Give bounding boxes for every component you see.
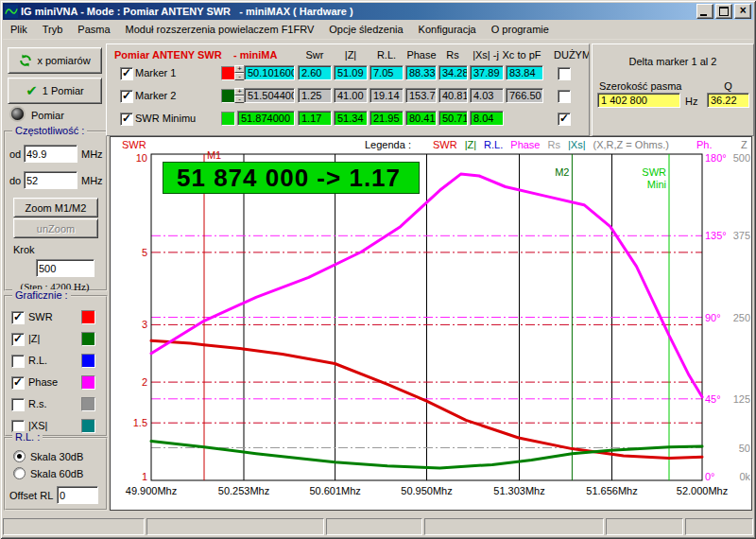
marker2-phase: 153.78 [405,88,437,103]
status-panel [326,518,422,535]
delta-marker-panel: Delta marker 1 al 2 Szerokość pasma Q 1 … [592,43,754,136]
freq-from-unit: MHz [81,148,103,160]
q-value: 36.22 [707,93,749,108]
trace-label-rl: R.L. [28,355,47,366]
multi-measure-button[interactable]: x pomiarów [8,47,102,74]
rl-offset-input[interactable] [57,486,98,504]
swr-min-phase: 80.41 [405,111,437,126]
menu-item-plik[interactable]: Plik [3,21,35,39]
trace-label-rs: R.s. [28,398,47,409]
trace-swatch-rs [81,397,95,411]
step-label: Krok [13,244,35,255]
marker2-big-display-checkbox[interactable] [558,90,571,103]
q-label: Q [707,80,749,92]
trace-label-phase: Phase [28,376,58,388]
measure-led-label: Pomiar [31,110,64,121]
marker1-xc: 83.84 [506,65,543,80]
menu-item-pasma[interactable]: Pasma [70,21,117,39]
swr-min-rl: 21.95 [369,111,404,126]
rl-offset-label: Offset RL [9,490,53,501]
title-bar: IG miniVNA - Mode : Pomiar ANTENY SWR - … [3,3,753,20]
marker2-color-swatch [221,89,235,103]
swr-min-frequency: 51.874000 [237,111,295,126]
bandwidth-unit: Hz [685,96,697,107]
trace-label-z: |Z| [28,333,40,344]
marker-table-panel: Pomiar ANTENY SWR - miniMA Swr |Z| R.L. … [106,43,590,136]
bandwidth-label: Szerokość pasma [599,80,681,92]
rl-scale-30db-label: Skala 30dB [30,451,83,462]
maximize-button[interactable] [715,4,732,19]
marker1-xs: 37.89 [470,65,504,80]
step-input[interactable] [36,259,94,277]
zoom-m1-m2-button[interactable]: Zoom M1/M2 [13,198,98,217]
status-panel [685,518,753,535]
marker1-big-display-checkbox[interactable] [558,67,571,80]
freq-from-input[interactable] [24,145,77,163]
marker2-z: 41.00 [334,88,368,103]
chart-panel[interactable] [110,136,752,511]
marker1-color-swatch [221,66,235,80]
menu-item-o-programie[interactable]: O programie [484,21,557,39]
single-measure-label: 1 Pomiar [43,85,84,96]
status-panel [424,518,604,535]
marker2-xs: 4.03 [470,88,504,103]
freq-to-label: do [9,175,21,186]
rl-scale-60db-radio[interactable] [13,467,26,479]
menu-item-modul[interactable]: Moduł rozszerzenia powielaczem F1FRV [118,21,322,39]
marker1-rl: 7.05 [369,65,404,80]
trace-checkbox-rl[interactable] [11,355,25,368]
frequency-panel: Częstotliwość : od MHz do MHz Zoom M1/M2… [4,130,108,291]
traces-panel: Graficznie : SWR |Z| R.L. Phase R.s. |XS… [4,295,108,437]
marker1-z: 51.09 [334,65,368,80]
marker2-xc: 766.50 [506,88,543,103]
trace-checkbox-rs[interactable] [11,398,25,411]
trace-swatch-xs [81,419,95,433]
minimize-button[interactable] [696,4,713,19]
rl-scale-60db-label: Skala 60dB [30,468,83,479]
menu-item-tryb[interactable]: Tryb [35,21,71,39]
trace-label-swr: SWR [28,311,53,322]
freq-to-unit: MHz [81,175,103,186]
marker1-label: Marker 1 [135,67,176,78]
marker2-frequency: 51.504400 [244,88,295,103]
trace-checkbox-z[interactable] [11,333,25,346]
marker1-rs: 34.28 [438,65,468,80]
rl-scale-30db-radio[interactable] [13,450,26,462]
status-panel [146,518,324,535]
unzoom-button[interactable]: unZoom [13,218,98,238]
marker2-swr: 1.25 [298,88,332,103]
menu-item-konfiguracja[interactable]: Konfiguracja [411,21,484,39]
traces-panel-title: Graficznie : [12,289,71,301]
status-panel [606,518,683,535]
trace-swatch-rl [81,354,95,368]
trace-label-xs: |XS| [28,420,47,431]
multi-measure-label: x pomiarów [37,55,90,66]
swr-min-label: SWR Minimu [135,113,218,124]
bandwidth-value: 1 402 800 [597,93,680,108]
swr-min-color-swatch [221,112,235,126]
swr-min-rs: 50.71 [438,111,468,126]
column-header-xc: Xc to pF [498,49,545,61]
refresh-icon [19,54,32,67]
swr-min-checkbox[interactable] [120,113,133,126]
trace-swatch-swr [81,310,95,324]
freq-to-input[interactable] [24,171,77,189]
trace-checkbox-phase[interactable] [11,376,25,390]
swr-min-big-display-checkbox[interactable] [558,113,571,126]
measure-led-indicator [11,108,24,120]
single-measure-button[interactable]: ✔ 1 Pomiar [8,78,102,104]
application-window: IG miniVNA - Mode : Pomiar ANTENY SWR - … [0,0,756,539]
trace-checkbox-swr[interactable] [11,311,25,324]
swr-min-z: 51.34 [334,111,368,126]
marker1-checkbox[interactable] [120,67,133,80]
marker2-rl: 19.14 [369,88,404,103]
marker2-label: Marker 2 [135,90,176,101]
close-button[interactable]: × [734,4,751,19]
window-title: IG miniVNA - Mode : Pomiar ANTENY SWR - … [21,6,696,17]
app-icon [5,5,18,18]
marker2-checkbox[interactable] [120,90,133,103]
rl-panel-title: R.L. : [12,431,43,443]
freq-from-label: od [9,148,21,160]
marker1-swr: 2.60 [298,65,332,80]
menu-item-opcje[interactable]: Opcje śledzenia [321,21,410,39]
